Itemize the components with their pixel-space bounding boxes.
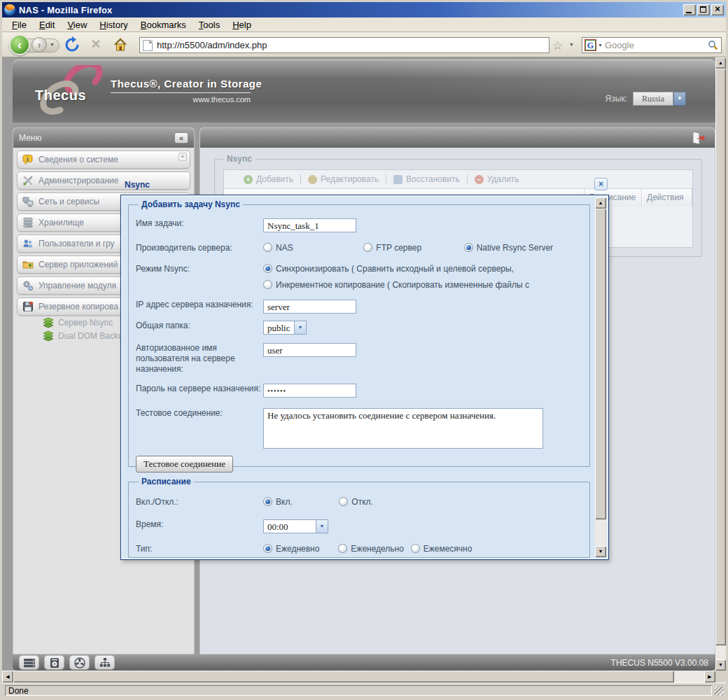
sidebar-collapse-button[interactable]: « [174, 132, 188, 144]
radio-option-monthly[interactable]: Ежемесячно [411, 544, 472, 554]
sidebar-title: Меню [19, 133, 174, 143]
sidebar-item-label: Управление модуля [38, 281, 116, 290]
auth-user-input[interactable]: user [263, 343, 356, 357]
radio-option-sync[interactable]: Синхронизировать ( Сравнить исходный и ц… [263, 264, 514, 274]
schedule-fieldset: Расписание Вкл./Откл.: Вкл. Откл. Время:… [128, 477, 590, 558]
url-bar[interactable]: http://n5500/adm/index.php [139, 37, 550, 53]
radio-option-nas[interactable]: NAS [263, 243, 361, 253]
nsync-panel-legend: Nsync [223, 154, 255, 164]
maximize-button[interactable] [697, 4, 710, 15]
task-name-input[interactable]: Nsync_task_1 [263, 218, 356, 232]
language-select[interactable]: Russia [633, 92, 673, 106]
radio-option-incremental[interactable]: Инкрементное копирование ( Скопировать и… [263, 280, 582, 290]
vertical-scroll-thumb[interactable] [715, 69, 726, 645]
resize-grip[interactable] [715, 687, 724, 696]
scroll-up-button[interactable]: ▲ [715, 57, 726, 69]
stop-button[interactable]: × [88, 35, 104, 53]
vertical-scrollbar[interactable]: ▲ ▼ [715, 57, 726, 671]
radio-icon[interactable] [363, 243, 372, 252]
back-button[interactable]: ‹ [9, 34, 30, 55]
enable-label: Вкл./Откл.: [136, 495, 263, 507]
history-dropdown-icon[interactable]: ▼ [50, 42, 55, 47]
maximize-icon [700, 6, 706, 13]
scroll-right-button[interactable]: ▶ [704, 671, 715, 682]
search-input[interactable]: Google [605, 40, 706, 50]
reload-button[interactable] [64, 36, 80, 53]
radio-icon-selected[interactable] [263, 544, 272, 553]
menu-tools[interactable]: Tools [193, 18, 225, 31]
time-select[interactable]: 00:00 [263, 519, 316, 533]
radio-icon[interactable] [411, 544, 420, 553]
menu-help[interactable]: Help [227, 18, 257, 31]
reload-icon [64, 36, 80, 53]
test-connection-output[interactable]: Не удалось установить соединение с серве… [263, 408, 543, 449]
menu-file[interactable]: File [6, 18, 32, 31]
google-engine-icon[interactable]: G [585, 40, 596, 50]
disk-status-icon[interactable] [45, 656, 64, 669]
test-connection-button[interactable]: Тестовое соединение [136, 456, 233, 472]
grid-header-action[interactable]: Действия [642, 189, 692, 206]
menu-bookmarks[interactable]: Bookmarks [135, 18, 192, 31]
target-ip-input[interactable]: server [263, 300, 356, 314]
shared-folder-dropdown-icon[interactable]: ▼ [295, 321, 307, 335]
dialog-close-button[interactable]: × [594, 178, 608, 190]
engine-dropdown-icon[interactable]: ▼ [598, 43, 603, 48]
status-bar: Done [2, 682, 726, 698]
radio-icon[interactable] [338, 544, 347, 553]
window-titlebar: NAS - Mozilla Firefox × [2, 2, 726, 18]
radio-option-ftp[interactable]: FTP сервер [363, 243, 461, 253]
radio-icon-selected[interactable] [263, 497, 272, 506]
radio-option-weekly[interactable]: Еженедельно [338, 544, 408, 554]
language-dropdown-icon[interactable]: ▼ [673, 92, 686, 106]
search-magnifier-icon[interactable] [708, 40, 718, 50]
radio-icon-selected[interactable] [263, 264, 272, 273]
sidebar-item-label: Администрирование [38, 176, 118, 186]
bookmark-star-icon[interactable]: ☆ [552, 38, 563, 53]
radio-icon-selected[interactable] [464, 243, 473, 252]
radio-option-rsync[interactable]: Native Rsync Server [464, 243, 553, 253]
raid-status-icon[interactable] [20, 656, 38, 669]
shared-folder-select[interactable]: public [263, 321, 295, 335]
fan-status-icon[interactable] [70, 656, 89, 669]
network-status-icon[interactable] [95, 656, 114, 669]
menu-history[interactable]: History [94, 18, 133, 31]
horizontal-scrollbar[interactable]: ◀ ▶ [2, 671, 715, 682]
menu-view[interactable]: View [62, 18, 92, 31]
forward-button[interactable]: › [31, 37, 47, 52]
close-button[interactable]: × [711, 4, 724, 15]
home-button[interactable] [113, 37, 128, 52]
horizontal-scroll-track[interactable] [674, 671, 704, 682]
radio-icon[interactable] [339, 497, 348, 506]
dialog-scroll-up-button[interactable]: ▲ [595, 197, 606, 209]
radio-option-enabled[interactable]: Вкл. [263, 497, 337, 507]
minimize-button[interactable] [683, 4, 696, 15]
bookmark-dropdown-icon[interactable]: ▼ [569, 42, 574, 47]
vertical-scroll-track[interactable] [715, 645, 726, 659]
shared-folder-label: Общая папка: [136, 318, 263, 331]
dialog-content: Добавить задачу Nsync Имя задачи: Nsync_… [128, 200, 590, 556]
scroll-left-button[interactable]: ◀ [2, 671, 13, 682]
add-task-legend: Добавить задачу Nsync [139, 200, 243, 209]
radio-option-disabled[interactable]: Откл. [339, 497, 373, 507]
dialog-titlebar[interactable]: Nsync × [120, 176, 609, 195]
expand-plus-icon[interactable]: + [178, 153, 187, 161]
radio-icon[interactable] [263, 280, 272, 289]
scroll-down-button[interactable]: ▼ [715, 659, 726, 671]
scrollbar-corner [715, 671, 726, 682]
tools-icon [22, 175, 34, 186]
dual-dom-layers-icon [43, 330, 54, 342]
search-box[interactable]: G ▼ Google [582, 37, 722, 53]
radio-icon[interactable] [263, 243, 272, 252]
sidebar-item-system-info[interactable]: i Сведения о системе + [17, 150, 190, 169]
radio-option-daily[interactable]: Ежедневно [263, 544, 336, 554]
dialog-scroll-down-button[interactable]: ▼ [595, 546, 606, 557]
password-input[interactable]: •••••• [263, 384, 356, 398]
dialog-scrollbar[interactable]: ▲ ▼ [595, 197, 606, 557]
logout-door-icon[interactable] [691, 130, 705, 148]
url-text[interactable]: http://n5500/adm/index.php [157, 40, 267, 50]
dialog-scroll-thumb[interactable] [595, 209, 606, 519]
menu-edit[interactable]: Edit [34, 18, 60, 31]
dialog-scroll-track[interactable] [595, 519, 606, 547]
time-dropdown-icon[interactable]: ▼ [316, 519, 328, 533]
horizontal-scroll-thumb[interactable] [13, 671, 674, 682]
